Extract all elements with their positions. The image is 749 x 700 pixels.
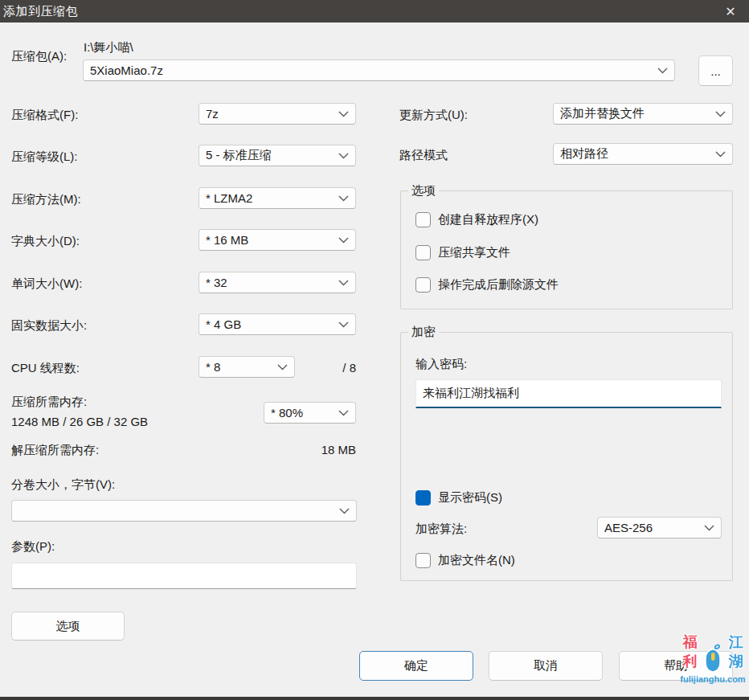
- path-mode-value: 相对路径: [560, 146, 710, 162]
- options-group-title: 选项: [408, 183, 439, 199]
- format-value: 7z: [206, 107, 334, 121]
- cpu-threads-select[interactable]: * 8: [199, 356, 295, 378]
- parameters-label: 参数(P):: [11, 539, 55, 555]
- memory-compress-value: 1248 MB / 26 GB / 32 GB: [11, 415, 148, 428]
- path-mode-select[interactable]: 相对路径: [553, 143, 733, 165]
- window-title: 添加到压缩包: [0, 4, 78, 19]
- encryption-method-select[interactable]: AES-256: [597, 517, 722, 538]
- dictionary-value: * 16 MB: [206, 233, 334, 247]
- password-value: 来福利江湖找福利: [423, 386, 519, 401]
- chevron-down-icon: [715, 111, 726, 117]
- word-size-label: 单词大小(W):: [11, 276, 82, 292]
- chevron-down-icon: [338, 237, 349, 244]
- close-icon[interactable]: ✕: [712, 0, 749, 23]
- encryption-method-label: 加密算法:: [415, 522, 467, 537]
- cpu-threads-total: / 8: [289, 361, 356, 375]
- chevron-down-icon: [704, 525, 714, 531]
- level-value: 5 - 标准压缩: [206, 148, 334, 163]
- compress-shared-checkbox[interactable]: [415, 245, 431, 260]
- chevron-down-icon: [338, 280, 349, 286]
- parameters-input[interactable]: [11, 563, 357, 589]
- word-size-select[interactable]: * 32: [199, 272, 356, 293]
- level-select[interactable]: 5 - 标准压缩: [199, 145, 356, 166]
- create-sfx-checkbox[interactable]: [415, 212, 431, 227]
- password-label: 输入密码:: [415, 357, 467, 372]
- word-size-value: * 32: [206, 276, 334, 289]
- chevron-down-icon: [338, 410, 349, 416]
- update-mode-value: 添加并替换文件: [560, 106, 710, 121]
- memory-decompress-label: 解压缩所需内存:: [11, 443, 99, 458]
- archive-path: I:\舞小喵\: [84, 40, 133, 55]
- update-mode-label: 更新方式(U):: [399, 108, 468, 123]
- volume-size-label: 分卷大小，字节(V):: [11, 477, 115, 493]
- chevron-down-icon: [338, 153, 349, 159]
- dictionary-label: 字典大小(D):: [11, 234, 80, 249]
- title-bar: 添加到压缩包: [0, 0, 749, 23]
- method-value: * LZMA2: [206, 191, 334, 205]
- ok-button[interactable]: 确定: [359, 651, 473, 681]
- compress-shared-label: 压缩共享文件: [438, 245, 510, 260]
- solid-block-value: * 4 GB: [206, 317, 334, 331]
- chevron-down-icon: [338, 111, 349, 117]
- solid-block-label: 固实数据大小:: [11, 318, 87, 334]
- cancel-button[interactable]: 取消: [489, 651, 603, 681]
- solid-block-select[interactable]: * 4 GB: [199, 313, 356, 335]
- chevron-down-icon: [715, 151, 726, 158]
- add-to-archive-dialog: 添加到压缩包 ✕ 压缩包(A): I:\舞小喵\ 5XiaoMiao.7z ..…: [0, 0, 749, 700]
- archive-label: 压缩包(A):: [11, 49, 67, 64]
- delete-after-checkbox[interactable]: [415, 277, 431, 293]
- password-input[interactable]: 来福利江湖找福利: [415, 379, 722, 408]
- show-password-label: 显示密码(S): [438, 490, 502, 506]
- format-select[interactable]: 7z: [199, 103, 356, 125]
- level-label: 压缩等级(L):: [11, 149, 78, 165]
- dictionary-select[interactable]: * 16 MB: [199, 229, 356, 251]
- cpu-threads-value: * 8: [206, 360, 272, 374]
- update-mode-select[interactable]: 添加并替换文件: [553, 103, 733, 125]
- options-button[interactable]: 选项: [11, 612, 125, 641]
- path-mode-label: 路径模式: [399, 148, 448, 163]
- create-sfx-label: 创建自释放程序(X): [438, 212, 538, 227]
- encryption-method-value: AES-256: [604, 521, 699, 534]
- archive-name-value: 5XiaoMiao.7z: [90, 63, 653, 77]
- chevron-down-icon: [339, 508, 350, 514]
- browse-button[interactable]: ...: [698, 55, 733, 86]
- chevron-down-icon: [338, 321, 349, 328]
- chevron-down-icon: [657, 68, 668, 74]
- show-password-checkbox[interactable]: [415, 490, 431, 506]
- memory-percent-select[interactable]: * 80%: [264, 402, 356, 424]
- encryption-group-title: 加密: [408, 325, 439, 340]
- memory-decompress-value: 18 MB: [289, 443, 356, 456]
- memory-compress-label: 压缩所需内存:: [11, 395, 87, 410]
- chevron-down-icon: [277, 364, 288, 370]
- chevron-down-icon: [338, 195, 349, 202]
- method-label: 压缩方法(M):: [11, 192, 81, 207]
- delete-after-label: 操作完成后删除源文件: [438, 277, 559, 293]
- encrypt-filenames-label: 加密文件名(N): [438, 553, 515, 568]
- cpu-threads-label: CPU 线程数:: [11, 361, 80, 376]
- format-label: 压缩格式(F):: [11, 108, 78, 123]
- window-bottom-edge: [0, 697, 749, 700]
- encrypt-filenames-checkbox[interactable]: [415, 553, 431, 568]
- help-button[interactable]: 帮助: [619, 651, 733, 681]
- volume-size-combobox[interactable]: [11, 500, 357, 522]
- memory-percent-value: * 80%: [271, 406, 334, 420]
- archive-name-combobox[interactable]: 5XiaoMiao.7z: [83, 59, 675, 81]
- method-select[interactable]: * LZMA2: [199, 187, 356, 209]
